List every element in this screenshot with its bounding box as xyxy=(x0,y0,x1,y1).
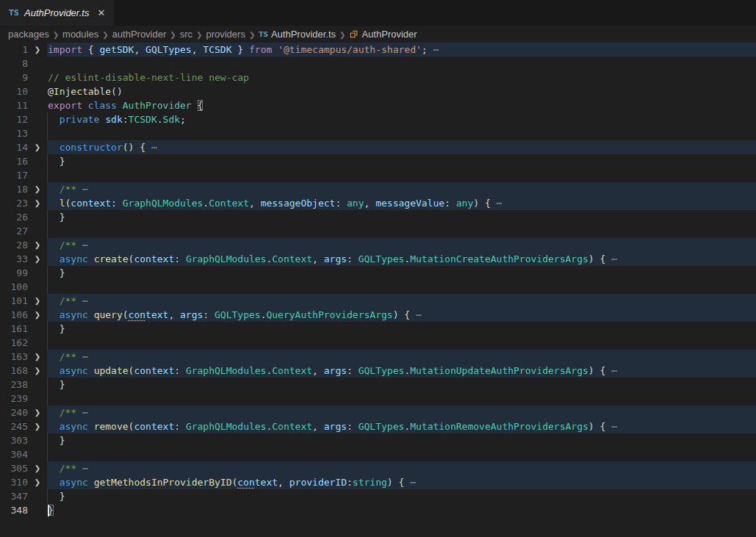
token: } xyxy=(232,44,249,55)
token: AuthProvider xyxy=(123,100,198,111)
breadcrumb-item-authprovider[interactable]: authProvider xyxy=(112,29,167,40)
fold-chevron-icon[interactable]: ❯ xyxy=(28,43,47,57)
line-number: 13 xyxy=(0,126,28,140)
class-symbol-icon xyxy=(349,29,359,39)
fold-chevron-icon[interactable]: ❯ xyxy=(28,419,47,433)
fold-chevron-icon[interactable]: ❯ xyxy=(28,182,47,196)
code-line[interactable]: 305❯ /** ⋯ xyxy=(0,461,756,475)
fold-spacer xyxy=(28,112,47,126)
code-line[interactable]: 310❯ async getMethodsInProviderByID(cont… xyxy=(0,475,756,489)
token: , xyxy=(134,44,145,55)
code-line[interactable]: 240❯ /** ⋯ xyxy=(0,406,756,419)
fold-chevron-icon[interactable]: ❯ xyxy=(28,196,47,210)
fold-chevron-icon[interactable]: ❯ xyxy=(28,475,47,489)
breadcrumb-item-src[interactable]: src xyxy=(180,29,192,40)
code-line[interactable]: 26 } xyxy=(0,210,756,224)
code-line[interactable]: 9// eslint-disable-next-line new-cap xyxy=(0,71,756,84)
code-line[interactable]: 13 xyxy=(0,126,756,140)
token: async xyxy=(60,365,94,376)
fold-chevron-icon[interactable]: ❯ xyxy=(28,364,47,378)
token: ⋯ xyxy=(416,309,422,320)
token: Context xyxy=(272,253,312,264)
token: , xyxy=(312,365,324,376)
breadcrumb-item-authprovider-ts[interactable]: TSAuthProvider.ts xyxy=(259,29,336,40)
editor-tab-bar: TS AuthProvider.ts ✕ xyxy=(0,0,756,26)
close-icon[interactable]: ✕ xyxy=(97,7,105,18)
code-line[interactable]: 100 xyxy=(0,280,756,294)
breadcrumb-item-packages[interactable]: packages xyxy=(8,29,49,40)
token xyxy=(48,295,60,306)
line-number: 106 xyxy=(0,308,28,322)
token: MutationUpdateAuthProvidersArgs xyxy=(410,365,588,376)
token: text xyxy=(145,309,168,320)
code-line[interactable]: 23❯ l(context: GraphQLModules.Context, m… xyxy=(0,196,756,210)
code-line[interactable]: 99 } xyxy=(0,266,756,280)
fold-chevron-icon[interactable]: ❯ xyxy=(28,308,47,322)
breadcrumb-item-authprovider[interactable]: AuthProvider xyxy=(349,29,417,40)
breadcrumb-item-providers[interactable]: providers xyxy=(206,29,245,40)
code-line[interactable]: 347 } xyxy=(0,489,756,503)
code-text: @Injectable() xyxy=(47,84,756,98)
code-text: } xyxy=(47,378,756,392)
code-line[interactable]: 18❯ /** ⋯ xyxy=(0,182,756,196)
line-number: 9 xyxy=(0,71,28,84)
token: ⋯ xyxy=(433,44,439,55)
breadcrumb-item-modules[interactable]: modules xyxy=(62,29,98,40)
code-line[interactable]: 1❯import { getSDK, GQLTypes, TCSDK } fro… xyxy=(0,43,756,57)
line-number: 348 xyxy=(0,503,28,517)
code-line[interactable]: 245❯ async remove(context: GraphQLModule… xyxy=(0,419,756,433)
fold-chevron-icon[interactable]: ❯ xyxy=(28,294,47,308)
code-text: } xyxy=(47,210,756,224)
gutter: 240❯ xyxy=(0,406,47,419)
gutter: 17 xyxy=(0,168,47,182)
fold-chevron-icon[interactable]: ❯ xyxy=(28,238,47,252)
fold-spacer xyxy=(28,489,47,503)
fold-chevron-icon[interactable]: ❯ xyxy=(28,406,47,419)
code-line[interactable]: 162 xyxy=(0,336,756,350)
fold-chevron-icon[interactable]: ❯ xyxy=(28,140,47,154)
code-line[interactable]: 14❯ constructor() { ⋯ xyxy=(0,140,756,154)
code-line[interactable]: 12 private sdk:TCSDK.Sdk; xyxy=(0,112,756,126)
code-line[interactable]: 348} xyxy=(0,503,756,517)
code-line[interactable]: 10@Injectable() xyxy=(0,84,756,98)
code-line[interactable]: 161 } xyxy=(0,322,756,336)
token: : xyxy=(347,421,359,432)
chevron-right-icon: ❯ xyxy=(53,30,59,39)
token: : xyxy=(174,253,186,264)
gutter: 238 xyxy=(0,378,47,392)
code-line[interactable]: 168❯ async update(context: GraphQLModule… xyxy=(0,364,756,378)
gutter: 18❯ xyxy=(0,182,47,196)
fold-chevron-icon[interactable]: ❯ xyxy=(28,252,47,266)
fold-chevron-icon[interactable]: ❯ xyxy=(28,461,47,475)
code-editor[interactable]: 1❯import { getSDK, GQLTypes, TCSDK } fro… xyxy=(0,43,756,537)
code-text xyxy=(47,447,756,461)
code-line[interactable]: 11export class AuthProvider { xyxy=(0,98,756,112)
token xyxy=(48,463,60,474)
code-line[interactable]: 163❯ /** ⋯ xyxy=(0,350,756,364)
code-line[interactable]: 101❯ /** ⋯ xyxy=(0,294,756,308)
code-line[interactable]: 8 xyxy=(0,57,756,71)
code-line[interactable]: 303 } xyxy=(0,433,756,447)
code-line[interactable]: 239 xyxy=(0,392,756,406)
token: { xyxy=(88,44,100,55)
code-line[interactable]: 106❯ async query(context, args: GQLTypes… xyxy=(0,308,756,322)
code-text xyxy=(47,57,756,71)
tab-authprovider[interactable]: TS AuthProvider.ts ✕ xyxy=(0,0,115,26)
token: GQLTypes xyxy=(215,309,261,320)
line-number: 239 xyxy=(0,392,28,406)
token: getSDK xyxy=(99,44,134,55)
token: , xyxy=(278,477,289,488)
token: GraphQLModules xyxy=(186,253,267,264)
code-line[interactable]: 304 xyxy=(0,447,756,461)
code-text: async remove(context: GraphQLModules.Con… xyxy=(47,419,756,433)
code-line[interactable]: 238 } xyxy=(0,378,756,392)
token: : xyxy=(335,198,347,209)
fold-chevron-icon[interactable]: ❯ xyxy=(28,350,47,364)
code-line[interactable]: 27 xyxy=(0,224,756,238)
code-line[interactable]: 17 xyxy=(0,168,756,182)
code-line[interactable]: 16 } xyxy=(0,154,756,168)
token: , xyxy=(364,198,376,209)
code-line[interactable]: 28❯ /** ⋯ xyxy=(0,238,756,252)
code-line[interactable]: 33❯ async create(context: GraphQLModules… xyxy=(0,252,756,266)
token: ⋯ xyxy=(151,142,157,153)
